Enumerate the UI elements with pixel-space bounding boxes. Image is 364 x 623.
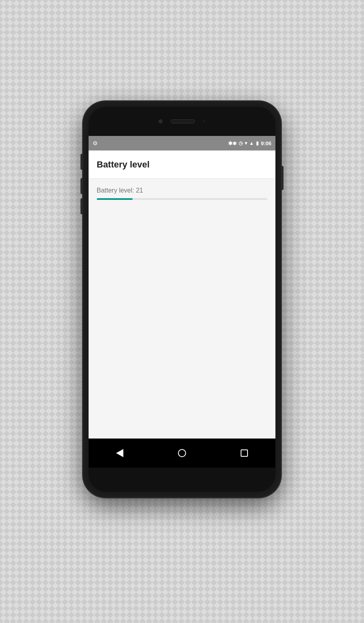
back-icon (116, 449, 123, 457)
phone-screen-container: ⚙ ✱ ◷ ▾ ▲ ▮ 9:06 Battery level (89, 107, 275, 492)
bluetooth-icon: ✱ (228, 140, 237, 146)
recent-button[interactable] (235, 444, 253, 462)
front-camera (159, 119, 163, 123)
home-button[interactable] (173, 444, 191, 462)
back-button[interactable] (111, 444, 129, 462)
status-right: ✱ ◷ ▾ ▲ ▮ 9:06 (228, 140, 271, 146)
content-area: Battery level: 21 (89, 179, 275, 439)
phone-bottom-bezel (89, 468, 275, 492)
speaker-grille (171, 119, 195, 123)
recent-icon (241, 449, 248, 457)
app-title: Battery level (97, 159, 150, 170)
phone-top-bezel (89, 107, 275, 136)
status-bar: ⚙ ✱ ◷ ▾ ▲ ▮ 9:06 (89, 136, 275, 150)
alarm-icon: ◷ (239, 140, 243, 146)
sensor-dot (203, 120, 205, 123)
battery-icon: ▮ (256, 140, 259, 146)
navigation-bar (89, 439, 275, 468)
android-debug-icon: ⚙ (93, 140, 98, 147)
status-left: ⚙ (93, 140, 98, 147)
phone-device: ⚙ ✱ ◷ ▾ ▲ ▮ 9:06 Battery level (83, 101, 281, 498)
home-icon (178, 449, 186, 457)
battery-level-label: Battery level: 21 (97, 187, 267, 194)
battery-progress-fill (97, 198, 133, 200)
battery-progress-track (97, 198, 267, 200)
phone-body: ⚙ ✱ ◷ ▾ ▲ ▮ 9:06 Battery level (83, 101, 281, 498)
status-time: 9:06 (261, 140, 271, 146)
screen: ⚙ ✱ ◷ ▾ ▲ ▮ 9:06 Battery level (89, 136, 275, 492)
app-bar: Battery level (89, 150, 275, 179)
signal-icon: ▲ (249, 140, 254, 146)
wifi-icon: ▾ (245, 140, 247, 146)
